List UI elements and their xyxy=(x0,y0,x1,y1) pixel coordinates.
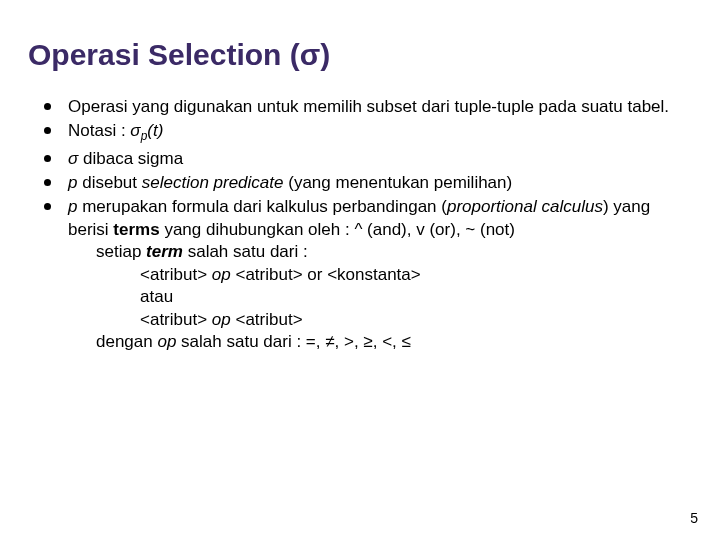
bullet-text: (yang menentukan pemilihan) xyxy=(284,173,513,192)
sigma-symbol: σ xyxy=(68,149,78,168)
sub-text: salah satu dari : xyxy=(183,242,308,261)
slide-content: Operasi yang digunakan untuk memilih sub… xyxy=(28,96,692,353)
bullet-item: p disebut selection predicate (yang mene… xyxy=(40,172,692,194)
bullet-text: Notasi : xyxy=(68,121,130,140)
sub-line: <atribut> op <atribut> or <konstanta> xyxy=(68,264,692,286)
sub-text: atau xyxy=(140,287,173,306)
sub-line: setiap term salah satu dari : xyxy=(68,241,692,263)
bullet-text-italic: proportional calculus xyxy=(447,197,603,216)
sub-line: atau xyxy=(68,286,692,308)
bullet-list: Operasi yang digunakan untuk memilih sub… xyxy=(40,96,692,353)
sub-text-bold-italic: term xyxy=(146,242,183,261)
sub-text: salah satu dari : =, ≠, >, ≥, <, ≤ xyxy=(176,332,410,351)
op-italic: op xyxy=(212,265,231,284)
sub-text: <atribut> or <konstanta> xyxy=(231,265,421,284)
slide-title: Operasi Selection (σ) xyxy=(28,38,692,72)
sub-line: <atribut> op <atribut> xyxy=(68,309,692,331)
sub-text: setiap xyxy=(96,242,146,261)
op-italic: op xyxy=(212,310,231,329)
slide: Operasi Selection (σ) Operasi yang digun… xyxy=(0,0,720,540)
sub-text: <atribut> xyxy=(140,310,212,329)
op-italic: op xyxy=(157,332,176,351)
sigma-notation: σp(t) xyxy=(130,121,163,140)
bullet-item: σ dibaca sigma xyxy=(40,148,692,170)
bullet-text: disebut xyxy=(77,173,141,192)
bullet-text: yang dihubungkan oleh : ^ (and), v (or),… xyxy=(160,220,515,239)
bullet-text: dibaca sigma xyxy=(78,149,183,168)
bullet-item: Operasi yang digunakan untuk memilih sub… xyxy=(40,96,692,118)
bullet-text: merupakan formula dari kalkulus perbandi… xyxy=(77,197,446,216)
bullet-item: Notasi : σp(t) xyxy=(40,120,692,145)
bullet-text-bold: terms xyxy=(113,220,159,239)
sub-line: dengan op salah satu dari : =, ≠, >, ≥, … xyxy=(68,331,692,353)
bullet-item: p merupakan formula dari kalkulus perban… xyxy=(40,196,692,353)
sigma-arg: (t) xyxy=(147,121,163,140)
sigma-symbol: σ xyxy=(130,121,140,140)
bullet-text: Operasi yang digunakan untuk memilih sub… xyxy=(68,97,669,116)
page-number: 5 xyxy=(690,510,698,526)
sub-text: <atribut> xyxy=(140,265,212,284)
sub-text: dengan xyxy=(96,332,157,351)
bullet-text-italic: selection predicate xyxy=(142,173,284,192)
sub-text: <atribut> xyxy=(231,310,303,329)
